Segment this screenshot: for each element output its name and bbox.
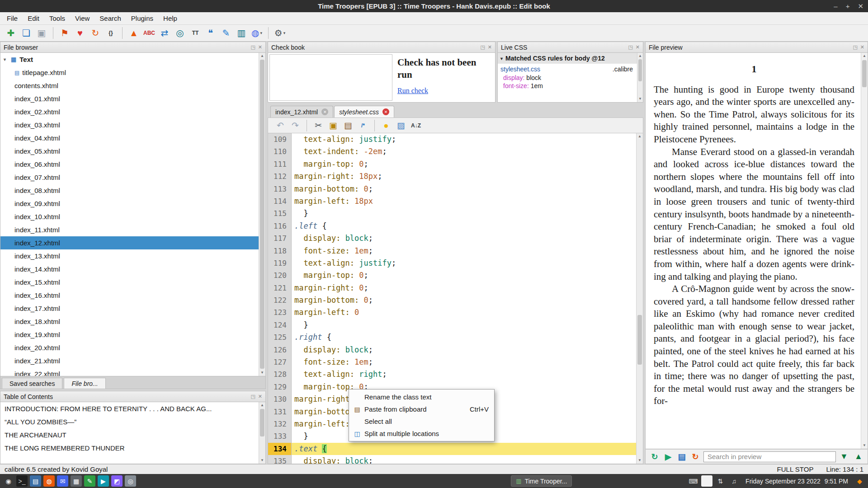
split-multiple-item[interactable]: ◫Split at multiple locations xyxy=(349,427,494,440)
code-line[interactable]: 115 } xyxy=(268,207,636,220)
scroll-down-icon[interactable]: ▼ xyxy=(259,457,265,464)
file-item[interactable]: index_21.xhtml xyxy=(0,354,259,367)
paste-from-clipboard-item[interactable]: ▤Paste from clipboardCtrl+V xyxy=(349,403,494,415)
code-line[interactable]: 128 text-align: right; xyxy=(268,368,636,380)
volume-icon[interactable]: ♫ xyxy=(728,475,740,487)
insert-image-icon[interactable]: ▨ xyxy=(394,119,408,132)
close-panel-icon[interactable]: ✕ xyxy=(636,44,640,50)
toc-item[interactable]: THE ARCHAENAUT xyxy=(0,428,259,441)
remove-unused-css-icon[interactable]: ▲ xyxy=(127,26,141,40)
sync-icon[interactable]: ↻ xyxy=(88,26,103,40)
live-css-scrollbar[interactable]: ▲ ▼ xyxy=(637,53,643,102)
tab-saved-searches[interactable]: Saved searches xyxy=(2,378,62,389)
file-item[interactable]: index_04.xhtml xyxy=(0,131,259,145)
file-item[interactable]: index_05.xhtml xyxy=(0,145,259,158)
float-panel-icon[interactable]: ◳ xyxy=(628,44,632,50)
find-next-icon[interactable]: ▼ xyxy=(838,451,850,463)
scrollbar-thumb[interactable] xyxy=(260,409,264,436)
manage-fonts-icon[interactable]: TT xyxy=(188,26,203,40)
file-item[interactable]: index_17.xhtml xyxy=(0,302,259,315)
collapse-icon[interactable]: ▾ xyxy=(500,56,503,61)
code-line[interactable]: 112margin-right: 18px; xyxy=(268,170,636,183)
code-line[interactable]: 118 font-size: 1em; xyxy=(268,245,636,257)
code-line[interactable]: 127 font-size: 1em; xyxy=(268,356,636,368)
scrollbar-thumb[interactable] xyxy=(862,60,867,87)
code-line[interactable]: 134.text { xyxy=(268,443,636,455)
file-item[interactable]: index_12.xhtml xyxy=(0,236,259,249)
sort-css-icon[interactable]: A↓Z xyxy=(409,119,423,132)
editor-scrollbar[interactable]: ▲ ▼ xyxy=(636,133,643,464)
minimize-button[interactable]: – xyxy=(834,2,837,10)
scroll-down-icon[interactable]: ▼ xyxy=(637,96,643,102)
code-line[interactable]: 123margin-left: 0 xyxy=(268,306,636,319)
clipboard-tray-icon[interactable] xyxy=(701,475,712,487)
paste-icon[interactable]: ▤ xyxy=(341,119,355,132)
media-player-icon[interactable]: ▶ xyxy=(98,475,109,487)
menu-tools[interactable]: Tools xyxy=(44,13,70,24)
file-item[interactable]: index_02.xhtml xyxy=(0,105,259,118)
redo-icon[interactable]: ↷ xyxy=(288,119,302,132)
smart-comment-icon[interactable]: /* xyxy=(356,119,370,132)
image-viewer-icon[interactable]: ◩ xyxy=(111,475,123,487)
menu-file[interactable]: File xyxy=(2,13,23,24)
copy-icon[interactable]: ▣ xyxy=(326,119,340,132)
browser-icon[interactable]: ◍ xyxy=(43,475,55,487)
code-line[interactable]: 135 display: block; xyxy=(268,455,636,464)
file-item[interactable]: index_18.xhtml xyxy=(0,315,259,328)
scrollbar-thumb[interactable] xyxy=(260,60,264,369)
text-editor-icon[interactable]: ✎ xyxy=(84,475,95,487)
tray-badge-icon[interactable]: ◆ xyxy=(854,475,865,487)
file-item[interactable]: index_10.xhtml xyxy=(0,210,259,223)
file-item[interactable]: index_13.xhtml xyxy=(0,249,259,263)
open-book-icon[interactable]: ❏ xyxy=(19,26,33,40)
code-line[interactable]: 124 } xyxy=(268,319,636,331)
scrollbar-thumb[interactable] xyxy=(638,59,642,81)
file-item[interactable]: index_07.xhtml xyxy=(0,171,259,184)
calculator-icon[interactable]: ▦ xyxy=(71,475,82,487)
mail-icon[interactable]: ✉ xyxy=(57,475,68,487)
file-item[interactable]: index_01.xhtml xyxy=(0,92,259,105)
code-line[interactable]: 121margin-right: 0; xyxy=(268,282,636,294)
code-line[interactable]: 119 text-align: justify; xyxy=(268,257,636,269)
float-panel-icon[interactable]: ◳ xyxy=(853,44,857,50)
check-results-list[interactable] xyxy=(269,54,392,101)
scroll-up-icon[interactable]: ▲ xyxy=(259,53,265,59)
new-file-icon[interactable]: ✚ xyxy=(4,26,18,40)
find-previous-icon[interactable]: ▲ xyxy=(852,451,865,463)
tab-close-icon[interactable]: ✕ xyxy=(321,108,328,115)
editor-tab-stylesheet.css[interactable]: stylesheet.css✕ xyxy=(334,106,394,117)
code-line[interactable]: 111 margin-top: 0; xyxy=(268,158,636,170)
close-panel-icon[interactable]: ✕ xyxy=(488,44,492,50)
scroll-up-icon[interactable]: ▲ xyxy=(637,133,643,140)
maximize-button[interactable]: + xyxy=(846,2,850,10)
fix-html-icon[interactable]: ⇄ xyxy=(157,26,172,40)
code-line[interactable]: 113margin-bottom: 0; xyxy=(268,183,636,195)
code-line[interactable]: 110 text-indent: -2em; xyxy=(268,145,636,158)
file-item[interactable]: index_20.xhtml xyxy=(0,341,259,354)
close-panel-icon[interactable]: ✕ xyxy=(258,44,262,50)
float-panel-icon[interactable]: ◳ xyxy=(480,44,485,50)
code-line[interactable]: 109 text-align: justify; xyxy=(268,133,636,145)
file-item[interactable]: index_09.xhtml xyxy=(0,197,259,210)
reload-preview-icon[interactable]: ↻ xyxy=(689,451,702,463)
code-line[interactable]: 125.right { xyxy=(268,331,636,343)
browser-preview-icon[interactable]: ◍▾ xyxy=(250,26,264,40)
code-line[interactable]: 116.left { xyxy=(268,220,636,232)
file-item[interactable]: index_15.xhtml xyxy=(0,276,259,289)
file-item[interactable]: index_16.xhtml xyxy=(0,289,259,302)
menu-search[interactable]: Search xyxy=(94,13,126,24)
close-panel-icon[interactable]: ✕ xyxy=(860,44,864,50)
spellcheck-icon[interactable]: ABC xyxy=(142,26,156,40)
float-panel-icon[interactable]: ◳ xyxy=(250,44,255,50)
menu-edit[interactable]: Edit xyxy=(23,13,44,24)
code-line[interactable]: 120 margin-top: 0; xyxy=(268,269,636,282)
code-line[interactable]: 126 display: block; xyxy=(268,344,636,356)
file-item[interactable]: index_19.xhtml xyxy=(0,328,259,341)
run-preview-icon[interactable]: ▶ xyxy=(662,451,675,463)
scroll-down-icon[interactable]: ▼ xyxy=(861,442,868,449)
file-item[interactable]: index_22.xhtml xyxy=(0,367,259,376)
donate-icon[interactable]: ♥ xyxy=(73,26,87,40)
re ports-icon[interactable]: ▥ xyxy=(234,26,249,40)
terminal-icon[interactable]: >_ xyxy=(16,475,28,487)
file-manager-icon[interactable]: ▤ xyxy=(30,475,41,487)
